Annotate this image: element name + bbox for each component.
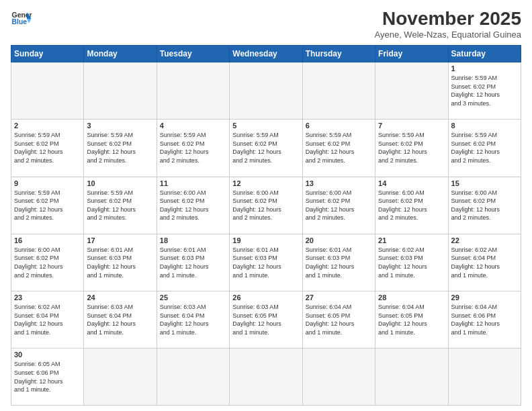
day-number: 24	[87, 293, 153, 302]
table-row: 3Sunrise: 5:59 AM Sunset: 6:02 PM Daylig…	[84, 120, 157, 177]
table-row	[302, 349, 375, 406]
page: General Blue November 2025 Ayene, Wele-N…	[0, 0, 532, 411]
day-info: Sunrise: 6:00 AM Sunset: 6:02 PM Dayligh…	[306, 189, 372, 222]
table-row	[230, 62, 302, 120]
table-row: 4Sunrise: 5:59 AM Sunset: 6:02 PM Daylig…	[157, 120, 229, 177]
table-row: 24Sunrise: 6:03 AM Sunset: 6:04 PM Dayli…	[84, 291, 157, 349]
day-info: Sunrise: 5:59 AM Sunset: 6:02 PM Dayligh…	[306, 131, 372, 165]
table-row: 27Sunrise: 6:04 AM Sunset: 6:05 PM Dayli…	[302, 291, 375, 349]
day-info: Sunrise: 6:02 AM Sunset: 6:03 PM Dayligh…	[378, 246, 445, 279]
day-info: Sunrise: 6:05 AM Sunset: 6:06 PM Dayligh…	[14, 360, 81, 394]
table-row: 9Sunrise: 5:59 AM Sunset: 6:02 PM Daylig…	[11, 177, 84, 234]
day-info: Sunrise: 6:00 AM Sunset: 6:02 PM Dayligh…	[160, 189, 226, 222]
day-number: 3	[87, 122, 153, 130]
col-friday: Friday	[375, 46, 448, 62]
table-row: 13Sunrise: 6:00 AM Sunset: 6:02 PM Dayli…	[302, 177, 375, 234]
day-info: Sunrise: 5:59 AM Sunset: 6:02 PM Dayligh…	[87, 131, 153, 165]
day-info: Sunrise: 5:59 AM Sunset: 6:02 PM Dayligh…	[232, 131, 299, 165]
day-number: 21	[378, 236, 445, 244]
col-tuesday: Tuesday	[157, 46, 229, 62]
table-row: 22Sunrise: 6:02 AM Sunset: 6:04 PM Dayli…	[448, 234, 521, 291]
day-number: 8	[451, 122, 518, 130]
table-row	[302, 62, 375, 120]
table-row	[157, 62, 229, 120]
day-info: Sunrise: 5:59 AM Sunset: 6:02 PM Dayligh…	[87, 189, 153, 222]
table-row: 1Sunrise: 5:59 AM Sunset: 6:02 PM Daylig…	[448, 62, 521, 120]
calendar-week-row: 9Sunrise: 5:59 AM Sunset: 6:02 PM Daylig…	[11, 177, 521, 234]
day-number: 5	[232, 122, 299, 130]
day-info: Sunrise: 6:02 AM Sunset: 6:04 PM Dayligh…	[451, 246, 518, 279]
day-info: Sunrise: 5:59 AM Sunset: 6:02 PM Dayligh…	[14, 131, 81, 165]
table-row	[375, 349, 448, 406]
day-number: 19	[232, 236, 299, 244]
calendar-week-row: 16Sunrise: 6:00 AM Sunset: 6:02 PM Dayli…	[11, 234, 521, 291]
day-number: 13	[306, 179, 372, 187]
day-number: 23	[14, 293, 81, 302]
title-block: November 2025 Ayene, Wele-Nzas, Equatori…	[375, 8, 521, 40]
day-number: 15	[451, 179, 518, 187]
day-info: Sunrise: 6:04 AM Sunset: 6:06 PM Dayligh…	[451, 303, 518, 336]
table-row: 30Sunrise: 6:05 AM Sunset: 6:06 PM Dayli…	[11, 349, 84, 406]
table-row: 16Sunrise: 6:00 AM Sunset: 6:02 PM Dayli…	[11, 234, 84, 291]
table-row: 21Sunrise: 6:02 AM Sunset: 6:03 PM Dayli…	[375, 234, 448, 291]
day-info: Sunrise: 6:01 AM Sunset: 6:03 PM Dayligh…	[306, 246, 372, 279]
table-row: 5Sunrise: 5:59 AM Sunset: 6:02 PM Daylig…	[230, 120, 302, 177]
col-saturday: Saturday	[448, 46, 521, 62]
day-info: Sunrise: 6:00 AM Sunset: 6:02 PM Dayligh…	[378, 189, 445, 222]
day-info: Sunrise: 5:59 AM Sunset: 6:02 PM Dayligh…	[451, 131, 518, 165]
table-row: 28Sunrise: 6:04 AM Sunset: 6:05 PM Dayli…	[375, 291, 448, 349]
table-row: 10Sunrise: 5:59 AM Sunset: 6:02 PM Dayli…	[84, 177, 157, 234]
table-row: 26Sunrise: 6:03 AM Sunset: 6:05 PM Dayli…	[230, 291, 302, 349]
logo-icon: General Blue	[11, 8, 32, 30]
day-number: 14	[378, 179, 445, 187]
table-row: 15Sunrise: 6:00 AM Sunset: 6:02 PM Dayli…	[448, 177, 521, 234]
day-number: 20	[306, 236, 372, 244]
day-info: Sunrise: 5:59 AM Sunset: 6:02 PM Dayligh…	[451, 74, 518, 107]
day-number: 27	[306, 293, 372, 302]
day-number: 17	[87, 236, 153, 244]
col-sunday: Sunday	[11, 46, 84, 62]
table-row	[11, 62, 84, 120]
day-number: 16	[14, 236, 81, 244]
col-wednesday: Wednesday	[230, 46, 302, 62]
day-info: Sunrise: 6:04 AM Sunset: 6:05 PM Dayligh…	[306, 303, 372, 336]
calendar-table: Sunday Monday Tuesday Wednesday Thursday…	[11, 45, 521, 406]
table-row: 12Sunrise: 6:00 AM Sunset: 6:02 PM Dayli…	[230, 177, 302, 234]
day-info: Sunrise: 6:01 AM Sunset: 6:03 PM Dayligh…	[87, 246, 153, 279]
table-row	[375, 62, 448, 120]
calendar-week-row: 2Sunrise: 5:59 AM Sunset: 6:02 PM Daylig…	[11, 120, 521, 177]
day-info: Sunrise: 6:02 AM Sunset: 6:04 PM Dayligh…	[14, 303, 81, 336]
day-number: 12	[232, 179, 299, 187]
day-info: Sunrise: 6:03 AM Sunset: 6:04 PM Dayligh…	[160, 303, 226, 336]
table-row: 14Sunrise: 6:00 AM Sunset: 6:02 PM Dayli…	[375, 177, 448, 234]
subtitle: Ayene, Wele-Nzas, Equatorial Guinea	[375, 30, 521, 40]
calendar-header-row: Sunday Monday Tuesday Wednesday Thursday…	[11, 46, 521, 62]
month-title: November 2025	[375, 8, 521, 30]
day-number: 9	[14, 179, 81, 187]
table-row: 7Sunrise: 5:59 AM Sunset: 6:02 PM Daylig…	[375, 120, 448, 177]
day-number: 28	[378, 293, 445, 302]
day-number: 4	[160, 122, 226, 130]
table-row: 8Sunrise: 5:59 AM Sunset: 6:02 PM Daylig…	[448, 120, 521, 177]
calendar-week-row: 30Sunrise: 6:05 AM Sunset: 6:06 PM Dayli…	[11, 349, 521, 406]
day-info: Sunrise: 6:03 AM Sunset: 6:05 PM Dayligh…	[232, 303, 299, 336]
day-info: Sunrise: 5:59 AM Sunset: 6:02 PM Dayligh…	[378, 131, 445, 165]
table-row: 17Sunrise: 6:01 AM Sunset: 6:03 PM Dayli…	[84, 234, 157, 291]
svg-text:Blue: Blue	[12, 18, 28, 26]
day-info: Sunrise: 6:00 AM Sunset: 6:02 PM Dayligh…	[232, 189, 299, 222]
table-row: 29Sunrise: 6:04 AM Sunset: 6:06 PM Dayli…	[448, 291, 521, 349]
table-row	[230, 349, 302, 406]
header: General Blue November 2025 Ayene, Wele-N…	[11, 8, 521, 40]
col-monday: Monday	[84, 46, 157, 62]
table-row	[448, 349, 521, 406]
table-row: 6Sunrise: 5:59 AM Sunset: 6:02 PM Daylig…	[302, 120, 375, 177]
day-info: Sunrise: 5:59 AM Sunset: 6:02 PM Dayligh…	[160, 131, 226, 165]
table-row: 11Sunrise: 6:00 AM Sunset: 6:02 PM Dayli…	[157, 177, 229, 234]
day-info: Sunrise: 6:01 AM Sunset: 6:03 PM Dayligh…	[160, 246, 226, 279]
calendar-week-row: 23Sunrise: 6:02 AM Sunset: 6:04 PM Dayli…	[11, 291, 521, 349]
table-row	[84, 62, 157, 120]
day-number: 11	[160, 179, 226, 187]
day-number: 2	[14, 122, 81, 130]
day-number: 22	[451, 236, 518, 244]
day-number: 1	[451, 64, 518, 73]
